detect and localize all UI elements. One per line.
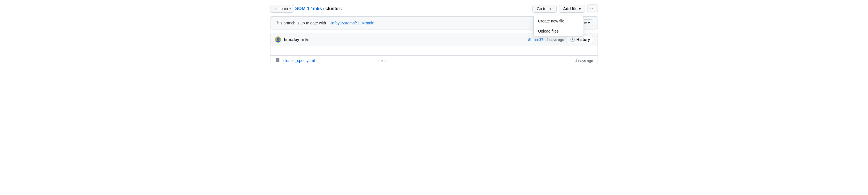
upload-files-label: Upload files (538, 29, 559, 33)
up-to-date-text: This branch is up to date with (275, 21, 326, 25)
file-table: 👤 timrafay mks 8bdcc37 4 days ago 🕐 Hist… (270, 33, 598, 66)
toolbar-actions: Go to file Add file ▾ ··· (532, 4, 598, 13)
file-timestamp: 4 days ago (565, 59, 593, 63)
breadcrumb: ⎇ main ▾ SOM-1 / mks / cluster / (270, 5, 343, 12)
create-new-file-label: Create new file (538, 19, 564, 23)
commit-info-left: 👤 timrafay mks (275, 36, 309, 43)
create-new-file-item[interactable]: Create new file (534, 16, 584, 26)
file-icon (275, 58, 280, 63)
branch-icon: ⎇ (273, 6, 278, 11)
toolbar: ⎇ main ▾ SOM-1 / mks / cluster / Go to f… (270, 4, 598, 13)
commit-author[interactable]: timrafay (284, 37, 299, 42)
breadcrumb-sep-3: / (341, 6, 342, 11)
history-label: History (577, 37, 590, 42)
breadcrumb-sep-1: / (311, 6, 312, 11)
commit-hash[interactable]: 8bdcc37 (528, 38, 544, 42)
branch-selector[interactable]: ⎇ main ▾ (270, 5, 294, 12)
breadcrumb-current: cluster (326, 6, 340, 11)
commit-info-right: 8bdcc37 4 days ago 🕐 History (528, 36, 593, 43)
contribute-chevron: ▾ (588, 21, 590, 25)
parent-dir-row: .. (271, 46, 597, 56)
add-file-chevron: ▾ (579, 6, 581, 11)
add-file-dropdown: Create new file Upload files (533, 16, 584, 36)
breadcrumb-repo-link[interactable]: SOM-1 (295, 6, 309, 11)
avatar-icon: 👤 (276, 37, 281, 42)
add-file-button[interactable]: Add file ▾ (559, 5, 585, 12)
parent-dir-link[interactable]: .. (275, 48, 277, 53)
breadcrumb-folder-link[interactable]: mks (313, 6, 322, 11)
commit-timestamp: 4 days ago (546, 38, 564, 42)
commit-message: mks (302, 37, 309, 42)
upload-files-item[interactable]: Upload files (534, 26, 584, 36)
branch-info-text: This branch is up to date with RafaySyst… (275, 21, 376, 25)
avatar: 👤 (275, 36, 281, 43)
go-to-file-button[interactable]: Go to file (532, 5, 557, 12)
branch-name: main (279, 6, 288, 11)
file-commit-message: mks (378, 58, 562, 63)
breadcrumb-sep-2: / (323, 6, 324, 11)
branch-chevron: ▾ (289, 7, 291, 10)
more-options-button[interactable]: ··· (587, 4, 598, 13)
table-row: cluster_spec.yaml mks 4 days ago (271, 56, 597, 66)
history-button[interactable]: 🕐 History (567, 36, 593, 43)
period: . (375, 21, 376, 25)
add-file-label: Add file (563, 6, 577, 11)
upstream-link[interactable]: RafaySystems/SOM:main (329, 21, 374, 25)
history-icon: 🕐 (570, 37, 575, 42)
file-name-link[interactable]: cluster_spec.yaml (283, 58, 375, 63)
